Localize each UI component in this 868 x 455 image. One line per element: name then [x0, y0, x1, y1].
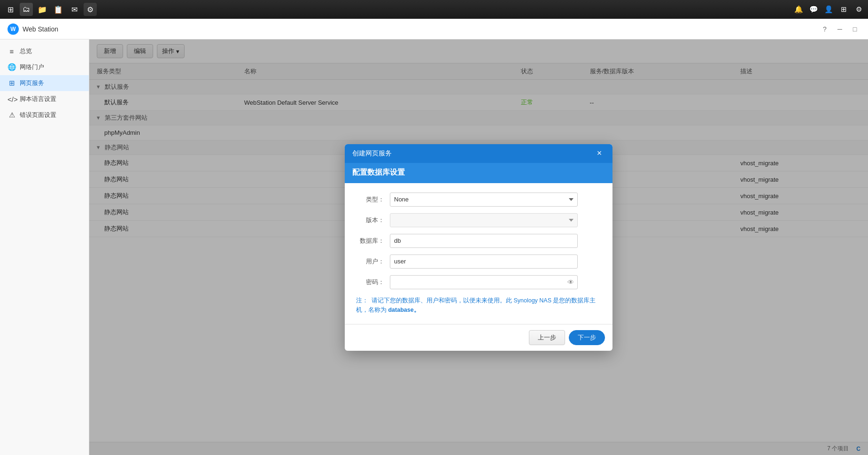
sidebar-item-error-page-label: 错误页面设置 — [20, 111, 56, 119]
note-bold: database。 — [388, 307, 419, 313]
modal-overlay: 创建网页服务 × 配置数据库设置 类型： None — [89, 39, 868, 455]
version-label: 版本： — [356, 216, 384, 224]
user-label: 用户： — [356, 257, 384, 266]
modal-subtitle: 配置数据库设置 — [352, 168, 405, 176]
taskbar-notification-icon[interactable]: 🔔 — [793, 4, 804, 15]
taskbar-settings-icon[interactable]: ⚙ — [853, 4, 864, 15]
web-service-icon: ⊞ — [8, 79, 16, 87]
prev-button[interactable]: 上一步 — [529, 330, 565, 345]
form-row-version: 版本： — [356, 213, 601, 227]
sidebar: ≡ 总览 🌐 网络门户 ⊞ 网页服务 </> 脚本语言设置 ⚠ 错误页面设置 — [0, 39, 89, 455]
version-select[interactable] — [390, 213, 578, 227]
app-header: W Web Station ? ─ □ — [0, 19, 868, 39]
sidebar-item-web-service[interactable]: ⊞ 网页服务 — [0, 75, 89, 91]
modal-close-button[interactable]: × — [594, 148, 605, 159]
taskbar-apps-icon[interactable]: ⊞ — [838, 4, 849, 15]
error-page-icon: ⚠ — [8, 111, 16, 119]
script-lang-icon: </> — [8, 95, 16, 103]
eye-icon[interactable]: 👁 — [567, 278, 574, 286]
db-input[interactable] — [390, 234, 578, 248]
app-window: W Web Station ? ─ □ ≡ 总览 🌐 网络门户 ⊞ 网页服务 <… — [0, 19, 868, 455]
taskbar-chat-icon[interactable]: 💬 — [808, 4, 819, 15]
content-panel: 新增 编辑 操作 ▾ 服务类型 名称 状态 服务/数据库版本 — [89, 39, 868, 455]
taskbar: ⊞ 🗂 📁 📋 ✉ ⚙ 🔔 💬 👤 ⊞ ⚙ — [0, 0, 868, 19]
user-input[interactable] — [390, 254, 578, 269]
modal-dialog: 创建网页服务 × 配置数据库设置 类型： None — [345, 144, 612, 351]
sidebar-item-overview-label: 总览 — [20, 47, 32, 55]
next-button[interactable]: 下一步 — [569, 330, 605, 345]
taskbar-filebrowser-icon[interactable]: 🗂 — [20, 3, 33, 16]
sidebar-item-script-lang-label: 脚本语言设置 — [20, 95, 56, 103]
form-row-type: 类型： None MySQL MariaDB — [356, 193, 601, 207]
db-label: 数据库： — [356, 237, 384, 245]
app-title: Web Station — [23, 25, 58, 33]
sidebar-item-network-portal-label: 网络门户 — [20, 63, 44, 71]
modal-header: 创建网页服务 × — [345, 144, 612, 163]
password-label: 密码： — [356, 278, 384, 286]
overview-icon: ≡ — [8, 47, 16, 55]
taskbar-notes-icon[interactable]: 📋 — [52, 3, 65, 16]
main-content: ≡ 总览 🌐 网络门户 ⊞ 网页服务 </> 脚本语言设置 ⚠ 错误页面设置 — [0, 39, 868, 455]
password-input[interactable] — [390, 275, 578, 289]
taskbar-user-icon[interactable]: 👤 — [823, 4, 834, 15]
modal-body: 类型： None MySQL MariaDB 版本： — [345, 183, 612, 324]
type-select[interactable]: None MySQL MariaDB — [390, 193, 578, 207]
form-row-db: 数据库： — [356, 234, 601, 248]
taskbar-grid-icon[interactable]: ⊞ — [4, 3, 17, 16]
taskbar-mail-icon[interactable]: ✉ — [68, 3, 81, 16]
sidebar-item-script-lang[interactable]: </> 脚本语言设置 — [0, 91, 89, 107]
modal-title: 创建网页服务 — [352, 149, 392, 158]
taskbar-webstation-icon[interactable]: ⚙ — [84, 3, 97, 16]
form-row-user: 用户： — [356, 254, 601, 269]
taskbar-filemanager-icon[interactable]: 📁 — [36, 3, 49, 16]
sidebar-item-overview[interactable]: ≡ 总览 — [0, 43, 89, 59]
sidebar-item-web-service-label: 网页服务 — [20, 79, 44, 87]
sidebar-item-network-portal[interactable]: 🌐 网络门户 — [0, 59, 89, 75]
minimize-button[interactable]: ─ — [834, 23, 845, 35]
modal-footer: 上一步 下一步 — [345, 324, 612, 351]
note-text: 注： 请记下您的数据库、用户和密码，以便未来使用。此 Synology NAS … — [356, 296, 601, 315]
password-wrapper: 👁 — [390, 275, 578, 289]
sidebar-item-error-page[interactable]: ⚠ 错误页面设置 — [0, 107, 89, 123]
maximize-button[interactable]: □ — [849, 23, 860, 35]
form-row-password: 密码： 👁 — [356, 275, 601, 289]
taskbar-right-area: 🔔 💬 👤 ⊞ ⚙ — [793, 4, 864, 15]
type-label: 类型： — [356, 195, 384, 204]
app-logo: W — [8, 23, 19, 35]
question-button[interactable]: ? — [819, 23, 830, 35]
window-controls: ? ─ □ — [819, 23, 860, 35]
network-portal-icon: 🌐 — [8, 63, 16, 71]
modal-subheader: 配置数据库设置 — [345, 163, 612, 183]
